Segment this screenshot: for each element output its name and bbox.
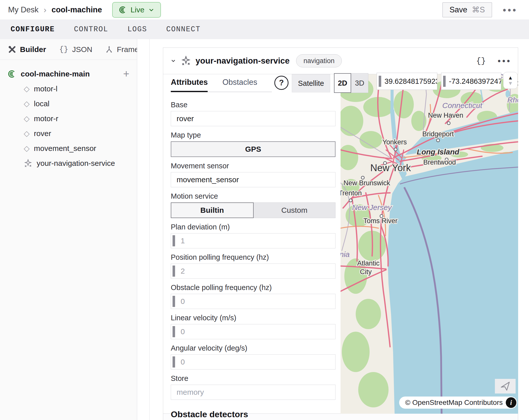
help-icon[interactable]: ? [274, 76, 288, 90]
tree-item-rover[interactable]: ◇ rover [0, 126, 137, 141]
sidebar-resize-gutter[interactable] [137, 39, 150, 420]
map-town-dot [361, 176, 364, 179]
map-place-label: City [360, 268, 372, 276]
tab-attributes[interactable]: Attributes [171, 78, 208, 92]
card-menu-icon[interactable]: ●●● [497, 58, 511, 64]
service-type-badge: navigation [296, 54, 342, 67]
step-down-icon[interactable]: ▼ [508, 81, 513, 86]
navigation-service-card: your-navigation-service navigation {} ●●… [163, 47, 518, 420]
navigation-map[interactable]: MassachProRhodConnecticutNew HavenBridge… [341, 74, 518, 414]
topbar-actions: Save ⌘S ●●● [442, 2, 521, 17]
live-status-dropdown[interactable]: Live [112, 2, 161, 18]
field-map-type: Map type GPS [171, 131, 335, 157]
component-diamond-icon: ◇ [24, 130, 30, 137]
service-sparkle-icon [181, 56, 191, 66]
config-sidebar: Builder {} JSON Frame [0, 39, 137, 420]
base-input[interactable] [171, 111, 335, 126]
tree-root-label: cool-machine-main [21, 70, 90, 78]
latitude-input[interactable] [384, 73, 437, 90]
drag-handle[interactable] [173, 356, 175, 368]
map-type-gps-button[interactable]: GPS [171, 141, 335, 157]
obstacle-polling-input[interactable] [171, 294, 335, 309]
content-area: Builder {} JSON Frame [0, 39, 529, 420]
map-place-label: New York [370, 163, 411, 173]
tab-control[interactable]: CONTROL [74, 25, 108, 34]
attribution-text[interactable]: © OpenStreetMap Contributors [405, 399, 503, 407]
motion-service-custom[interactable]: Custom [254, 202, 336, 218]
field-label: Plan deviation (m) [171, 223, 335, 231]
machine-live-icon [8, 70, 16, 78]
map-2d-button[interactable]: 2D [334, 73, 351, 93]
tab-obstacles[interactable]: Obstacles [222, 78, 257, 92]
breadcrumb-parent[interactable]: My Desk [8, 5, 39, 14]
view-json[interactable]: {} JSON [59, 45, 92, 54]
map-place-label: Bridgeport [422, 130, 454, 138]
view-frame[interactable]: Frame [105, 45, 139, 54]
tree-root-row[interactable]: cool-machine-main + [0, 66, 137, 81]
satellite-toggle-button[interactable]: Satellite [292, 74, 330, 92]
locate-button[interactable] [495, 379, 516, 393]
obstacle-detectors-heading: Obstacle detectors [171, 409, 335, 419]
save-shortcut: ⌘S [472, 5, 485, 14]
step-up-icon[interactable]: ▲ [508, 75, 513, 81]
longitude-field [441, 73, 501, 90]
linear-velocity-input[interactable] [171, 324, 335, 339]
breadcrumb-separator-icon: › [44, 5, 46, 15]
field-label: Movement sensor [171, 162, 335, 170]
store-input[interactable] [171, 385, 335, 400]
collapse-chevron-icon[interactable] [170, 57, 177, 64]
map-3d-button[interactable]: 3D [351, 73, 368, 93]
card-header: your-navigation-service navigation {} ●●… [163, 48, 518, 74]
app-window: My Desk › cool-machine Live Save ⌘S ●●● … [0, 0, 529, 420]
main-panel: your-navigation-service navigation {} ●●… [150, 39, 529, 420]
drag-handle[interactable] [173, 296, 175, 307]
drag-handle[interactable] [173, 266, 175, 277]
tab-connect[interactable]: CONNECT [166, 25, 201, 34]
component-diamond-icon: ◇ [24, 145, 30, 152]
add-component-button[interactable]: + [123, 69, 129, 79]
angular-velocity-input[interactable] [171, 354, 335, 370]
overflow-menu-icon[interactable]: ●●● [503, 6, 518, 13]
motion-service-builtin[interactable]: Builtin [171, 202, 254, 218]
tree-item-local[interactable]: ◇ local [0, 96, 137, 111]
movement-sensor-input[interactable] [171, 172, 335, 187]
live-broadcast-icon [119, 6, 127, 14]
card-tabs: Attributes Obstacles [171, 78, 272, 92]
chevron-down-icon [148, 7, 154, 13]
tab-logs[interactable]: LOGS [127, 25, 147, 34]
save-button[interactable]: Save ⌘S [442, 2, 492, 17]
tree-item-navigation-service[interactable]: your-navigation-service [0, 156, 137, 171]
machine-part-tree: cool-machine-main + ◇ motor-l ◇ local ◇ … [0, 60, 137, 171]
map-dimension-toggle: 2D 3D [334, 73, 368, 93]
plan-deviation-input[interactable] [171, 233, 335, 248]
drag-handle[interactable] [173, 235, 175, 246]
map-place-label: Atlantic [357, 259, 380, 267]
view-builder-label: Builder [20, 45, 46, 54]
tab-configure[interactable]: CONFIGURE [11, 25, 55, 34]
navigation-arrow-icon [499, 380, 511, 392]
drag-handle[interactable] [379, 76, 381, 87]
drag-handle[interactable] [173, 326, 175, 337]
json-braces-icon[interactable]: {} [476, 56, 486, 66]
field-base: Base [171, 101, 335, 126]
tree-item-movement-sensor[interactable]: ◇ movement_sensor [0, 141, 137, 156]
tree-item-motor-l[interactable]: ◇ motor-l [0, 81, 137, 96]
longitude-input[interactable] [449, 73, 501, 90]
openstreetmap-canvas[interactable]: MassachProRhodConnecticutNew HavenBridge… [341, 74, 518, 414]
view-builder[interactable]: Builder [8, 45, 46, 54]
map-place-label: Connecticut [442, 101, 483, 110]
map-place-label: New Brunswick [344, 179, 390, 187]
tree-item-motor-r[interactable]: ◇ motor-r [0, 111, 137, 126]
drag-handle[interactable] [443, 76, 446, 87]
info-icon[interactable]: i [506, 397, 516, 408]
coordinate-stepper[interactable]: ▲ ▼ [503, 72, 518, 89]
main-tab-bar: CONFIGURE CONTROL LOGS CONNECT [0, 19, 529, 39]
card-title: your-navigation-service [196, 56, 290, 66]
map-town-dot [447, 122, 450, 125]
field-label: Motion service [171, 192, 335, 200]
frame-axes-icon [105, 46, 113, 53]
position-polling-input[interactable] [171, 264, 335, 279]
map-place-label: Rhod [507, 96, 518, 104]
card-header-actions: {} ●●● [476, 56, 511, 66]
attributes-form: Attributes Obstacles Base Map type GPS [171, 78, 335, 419]
